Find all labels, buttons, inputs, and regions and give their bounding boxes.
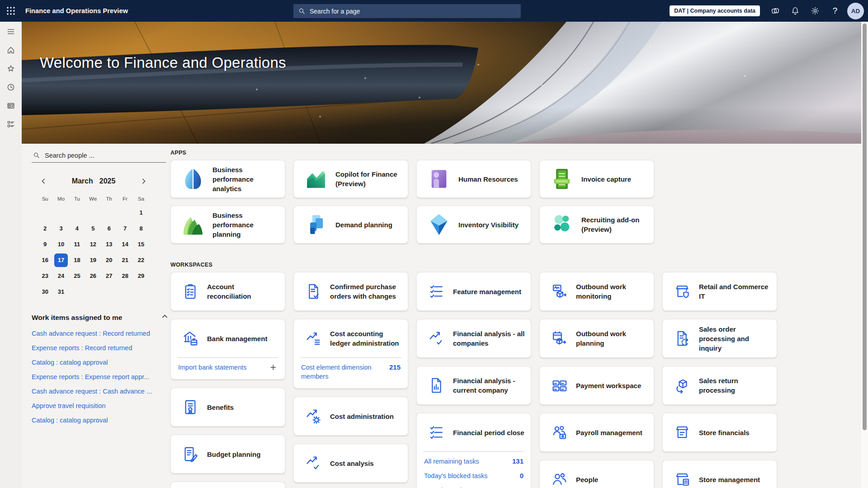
app-tile[interactable]: Inventory Visibility — [416, 206, 531, 244]
app-tile[interactable]: Copilot for Finance (Preview) — [293, 160, 408, 198]
calendar-day — [85, 284, 101, 300]
calendar-day[interactable]: 21 — [117, 252, 133, 268]
nav-rail — [0, 22, 22, 488]
workspace-tile[interactable]: Financial analysis - all companies — [416, 319, 531, 358]
calendar-day[interactable]: 24 — [53, 268, 69, 284]
calendar-day[interactable]: 25 — [69, 268, 85, 284]
home-icon — [6, 46, 15, 55]
workspace-tile[interactable]: Bank managementImport bank statements+ — [170, 319, 285, 380]
app-tile[interactable]: Human Resources — [416, 160, 531, 198]
nav-rail-icon[interactable] — [4, 100, 18, 111]
calendar-day[interactable]: 9 — [37, 236, 53, 252]
app-tile[interactable]: Invoice capture — [539, 160, 654, 198]
work-item-link[interactable]: Expense reports : Expense report appr... — [32, 370, 169, 384]
certificate-icon — [182, 399, 199, 416]
workspace-tile[interactable]: Financial period closeAll remaining task… — [416, 413, 531, 488]
copilot-icon[interactable] — [765, 0, 785, 22]
work-item-link[interactable]: Expense reports : Record returned — [32, 341, 169, 355]
calendar-day[interactable]: 8 — [133, 221, 149, 236]
workspace-tile[interactable]: Financial analysis - current company — [416, 366, 531, 405]
calendar-next-icon[interactable] — [137, 175, 150, 188]
workspace-tile[interactable]: Sales return processing — [662, 366, 777, 405]
tile-link[interactable]: Import bank statements — [178, 363, 247, 372]
workspace-tile[interactable]: Account reconciliation — [170, 272, 285, 311]
calendar-day[interactable]: 29 — [133, 268, 149, 284]
calendar-day[interactable]: 30 — [37, 284, 53, 300]
user-avatar[interactable]: AD — [847, 3, 864, 19]
calendar-day[interactable]: 19 — [85, 252, 101, 268]
calendar-day[interactable]: 23 — [37, 268, 53, 284]
workspace-tile[interactable]: Sales order processing and inquiry — [662, 319, 777, 358]
workspace-tile[interactable]: Outbound work monitoring — [539, 272, 654, 311]
calendar-day[interactable]: 22 — [133, 252, 149, 268]
workspace-tile[interactable]: Store management — [662, 460, 777, 488]
tile-link[interactable]: All remaining tasks — [424, 457, 479, 466]
calendar-day[interactable]: 16 — [37, 252, 53, 268]
calendar-day[interactable]: 3 — [53, 221, 69, 236]
workspace-tile[interactable]: Retail and Commerce IT — [662, 272, 777, 311]
calendar-day[interactable]: 20 — [101, 252, 117, 268]
nav-rail-icon[interactable] — [4, 26, 18, 37]
work-item-link[interactable]: Cash advance request : Cash advance ... — [32, 384, 169, 399]
workspace-tile[interactable]: Payment workspace — [539, 366, 654, 405]
app-launcher-icon[interactable] — [0, 0, 22, 22]
people-search-input[interactable]: Search people ... — [32, 150, 166, 163]
notifications-bell-icon[interactable] — [785, 0, 805, 22]
work-item-link[interactable]: Catalog : catalog approval — [32, 355, 169, 370]
work-items-header[interactable]: Work items assigned to me — [32, 313, 169, 322]
calendar-day[interactable]: 26 — [85, 268, 101, 284]
help-icon[interactable]: ? — [825, 0, 845, 22]
workspace-tile[interactable]: Cost administration — [293, 397, 408, 436]
workspace-tile[interactable]: People — [539, 460, 654, 488]
app-tile[interactable]: Business performance analytics — [170, 160, 285, 198]
tile-link[interactable]: Past due tasks — [424, 486, 467, 488]
add-icon[interactable]: + — [270, 363, 278, 372]
nav-rail-icon[interactable] — [4, 119, 18, 130]
favorites-icon — [6, 64, 15, 73]
calendar-day[interactable]: 10 — [53, 236, 69, 252]
tile-link[interactable]: Cost element dimension members — [301, 363, 385, 381]
environment-badge[interactable]: DAT | Company accounts data — [670, 5, 760, 16]
workspace-tile[interactable]: Outbound work planning — [539, 319, 654, 358]
workspace-tile[interactable]: Budget planning — [170, 435, 285, 474]
workspace-tile[interactable]: Benefits — [170, 388, 285, 427]
work-item-link[interactable]: Approve travel requisition — [32, 399, 169, 413]
calendar-day[interactable]: 15 — [133, 236, 149, 252]
calendar-day[interactable]: 5 — [85, 221, 101, 236]
calendar-day[interactable]: 28 — [117, 268, 133, 284]
calendar-day[interactable]: 7 — [117, 221, 133, 236]
app-tile[interactable]: Demand planning — [293, 206, 408, 244]
nav-rail-icon[interactable] — [4, 82, 18, 93]
calendar-day[interactable]: 12 — [85, 236, 101, 252]
calendar-day[interactable]: 31 — [53, 284, 69, 300]
tile-link[interactable]: Today's blocked tasks — [424, 471, 488, 480]
workspace-tile[interactable]: Cost accounting ledger administrationCos… — [293, 319, 408, 389]
app-tile[interactable]: Recruiting add-on (Preview) — [539, 206, 654, 244]
work-item-link[interactable]: Cash advance request : Record returned — [32, 326, 169, 341]
calendar-prev-icon[interactable] — [37, 175, 50, 188]
calendar-day[interactable]: 2 — [37, 221, 53, 236]
workspace-tile-partial[interactable] — [170, 482, 285, 488]
workspace-tile[interactable]: Feature management — [416, 272, 531, 311]
workspace-tile[interactable]: Cost analysis — [293, 444, 408, 483]
app-tile[interactable]: Business performance planning — [170, 206, 285, 244]
work-item-link[interactable]: Catalog : catalog approval — [32, 413, 169, 427]
page-search-input[interactable]: Search for a page — [293, 4, 521, 18]
nav-rail-icon[interactable] — [4, 45, 18, 56]
calendar-day[interactable]: 18 — [69, 252, 85, 268]
workspace-tile[interactable]: Confirmed purchase orders with changes — [293, 272, 408, 311]
calendar-day[interactable]: 11 — [69, 236, 85, 252]
workspace-tile[interactable]: Payroll management — [539, 413, 654, 452]
nav-rail-icon[interactable] — [4, 63, 18, 74]
scrollbar-thumb[interactable] — [863, 23, 867, 430]
settings-gear-icon[interactable] — [805, 0, 825, 22]
calendar-day[interactable]: 27 — [101, 268, 117, 284]
calendar-day[interactable]: 13 — [101, 236, 117, 252]
workspace-tile[interactable]: Store financials — [662, 413, 777, 452]
calendar-day[interactable]: 4 — [69, 221, 85, 236]
app-tile-label: Copilot for Finance (Preview) — [335, 169, 402, 188]
calendar-day[interactable]: 1 — [133, 205, 149, 221]
calendar-day-selected[interactable]: 17 — [53, 252, 69, 268]
calendar-day[interactable]: 14 — [117, 236, 133, 252]
calendar-day[interactable]: 6 — [101, 221, 117, 236]
